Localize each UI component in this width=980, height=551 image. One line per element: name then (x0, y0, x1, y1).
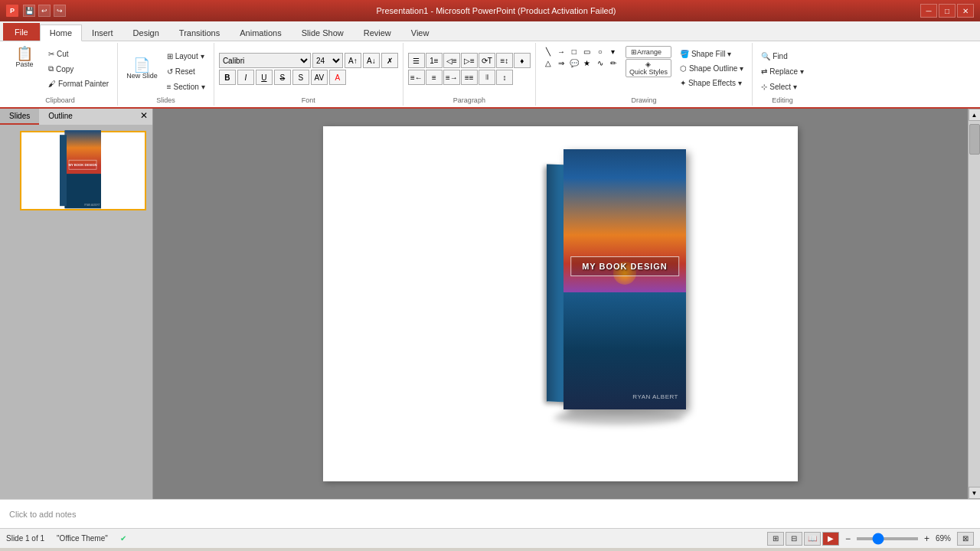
tab-view[interactable]: View (401, 24, 439, 41)
bold-button[interactable]: B (219, 70, 236, 85)
paste-button[interactable]: 📋 Paste (8, 44, 41, 70)
shape-fill-button[interactable]: 🪣 Shape Fill ▾ (676, 47, 747, 60)
close-panel-button[interactable]: ✕ (136, 109, 152, 125)
font-size-select[interactable]: 24 (312, 53, 343, 68)
status-bar: Slide 1 of 1 "Office Theme" ✔ ⊞ ⊟ 📖 ▶ − … (0, 528, 980, 548)
zoom-slider[interactable] (857, 537, 918, 540)
oval-shape[interactable]: ○ (594, 46, 606, 57)
paste-icon: 📋 (16, 47, 33, 60)
quick-access-undo[interactable]: ↩ (38, 5, 51, 17)
font-color-button[interactable]: A (329, 70, 346, 85)
quick-styles-button[interactable]: ◈ Quick Styles (626, 59, 671, 77)
tab-file[interactable]: File (3, 23, 40, 41)
triangle-shape[interactable]: △ (542, 57, 554, 68)
italic-button[interactable]: I (237, 70, 254, 85)
tab-slideshow[interactable]: Slide Show (292, 24, 354, 41)
justify-button[interactable]: ≡≡ (461, 70, 478, 85)
zoom-in-icon[interactable]: + (924, 533, 929, 544)
book-title-text: MY BOOK DESIGN (582, 262, 668, 271)
close-button[interactable]: ✕ (957, 4, 974, 18)
char-spacing-button[interactable]: AV (311, 70, 328, 85)
tab-outline[interactable]: Outline (39, 109, 82, 125)
arrow-shape[interactable]: → (555, 46, 567, 57)
zoom-level: 69% (936, 534, 951, 543)
decrease-font-button[interactable]: A↓ (363, 53, 380, 68)
new-slide-button[interactable]: 📄 New Slide (122, 56, 162, 82)
svg-rect-1 (65, 130, 101, 174)
align-center-button[interactable]: ≡ (426, 70, 443, 85)
minimize-button[interactable]: ─ (920, 4, 937, 18)
underline-button[interactable]: U (256, 70, 273, 85)
format-painter-button[interactable]: 🖌 Format Painter (44, 77, 113, 90)
clipboard-label: Clipboard (8, 93, 113, 104)
slide-canvas[interactable]: MY BOOK DESIGN RYAN ALBERT (323, 126, 798, 481)
drawing-label: Drawing (541, 93, 747, 104)
notes-area[interactable]: Click to add notes (0, 499, 980, 528)
maximize-button[interactable]: □ (939, 4, 956, 18)
section-button[interactable]: ≡ Section ▾ (163, 80, 209, 93)
callout-shape[interactable]: 💬 (568, 57, 580, 68)
scroll-thumb[interactable] (969, 124, 980, 155)
tab-design[interactable]: Design (123, 24, 169, 41)
round-rect-shape[interactable]: ▭ (581, 46, 593, 57)
align-right-button[interactable]: ≡→ (443, 70, 460, 85)
slide-item-1[interactable]: 1 (6, 131, 146, 210)
editing-group: 🔍 Find ⇄ Replace ▾ ⊹ Select ▾ Editing (753, 43, 812, 106)
tab-insert[interactable]: Insert (82, 24, 123, 41)
numbering-button[interactable]: 1≡ (426, 53, 443, 68)
zoom-out-icon[interactable]: − (845, 533, 851, 544)
layout-button[interactable]: ⊞ Layout ▾ (163, 50, 209, 63)
paragraph-group: ☰ 1≡ ◁≡ ▷≡ ⟳T ≡↕ ♦ ≡← ≡ ≡→ ≡≡ ⫴ ↕ Par (403, 43, 536, 106)
curve-shape[interactable]: ∿ (594, 57, 606, 68)
shape-effects-button[interactable]: ✦ Shape Effects ▾ (676, 77, 747, 90)
vertical-scrollbar[interactable]: ▲ ▼ (968, 109, 980, 499)
tab-home[interactable]: Home (40, 24, 82, 41)
freeform-shape[interactable]: ✏ (607, 57, 619, 68)
right-arrow[interactable]: ⇒ (555, 57, 567, 68)
slides-label: Slides (122, 93, 209, 104)
quick-access-redo[interactable]: ↪ (54, 5, 66, 17)
copy-button[interactable]: ⧉ Copy (44, 62, 113, 76)
shadow-button[interactable]: S (292, 70, 309, 85)
select-icon: ⊹ (761, 83, 767, 91)
find-button[interactable]: 🔍 Find (757, 50, 808, 63)
arrange-button[interactable]: ⊞ Arrange (626, 46, 671, 58)
reset-button[interactable]: ↺ Reset (163, 65, 209, 78)
replace-button[interactable]: ⇄ Replace ▾ (757, 65, 808, 78)
tab-slides[interactable]: Slides (0, 109, 39, 125)
scroll-down-button[interactable]: ▼ (969, 487, 981, 499)
shape-outline-button[interactable]: ⬡ Shape Outline ▾ (676, 62, 747, 75)
increase-font-button[interactable]: A↑ (345, 53, 361, 68)
tab-review[interactable]: Review (354, 24, 401, 41)
fit-slide-button[interactable]: ⊠ (957, 532, 974, 546)
cut-button[interactable]: ✂ Cut (44, 47, 113, 60)
align-left-button[interactable]: ≡← (408, 70, 425, 85)
line-spacing-button[interactable]: ↕ (496, 70, 513, 85)
more-shapes[interactable]: ▾ (607, 46, 619, 57)
tab-transitions[interactable]: Transitions (169, 24, 230, 41)
slide-thumbnail[interactable]: MY BOOK DESIGN RYAN ALBERT (20, 131, 146, 210)
increase-indent-button[interactable]: ▷≡ (461, 53, 478, 68)
slideshow-button[interactable]: ▶ (822, 532, 839, 546)
strikethrough-button[interactable]: S (274, 70, 291, 85)
scroll-up-button[interactable]: ▲ (969, 109, 981, 121)
quick-access-save[interactable]: 💾 (23, 5, 35, 17)
columns-button[interactable]: ⫴ (479, 70, 495, 85)
line-shape[interactable]: ╲ (542, 46, 554, 57)
decrease-indent-button[interactable]: ◁≡ (443, 53, 460, 68)
star-shape[interactable]: ★ (581, 57, 593, 68)
bullets-button[interactable]: ☰ (408, 53, 425, 68)
clear-format-button[interactable]: ✗ (381, 53, 398, 68)
replace-dropdown: ▾ (800, 67, 804, 76)
reading-view-button[interactable]: 📖 (804, 532, 821, 546)
font-family-select[interactable]: Calibri (219, 53, 311, 68)
normal-view-button[interactable]: ⊞ (767, 532, 784, 546)
align-text-button[interactable]: ≡↕ (496, 53, 513, 68)
slide-sorter-button[interactable]: ⊟ (786, 532, 802, 546)
rect-shape[interactable]: □ (568, 46, 580, 57)
smartart-button[interactable]: ♦ (514, 53, 531, 68)
text-direction-button[interactable]: ⟳T (479, 53, 495, 68)
select-button[interactable]: ⊹ Select ▾ (757, 80, 808, 93)
tab-animations[interactable]: Animations (230, 24, 291, 41)
paragraph-label: Paragraph (408, 93, 531, 104)
